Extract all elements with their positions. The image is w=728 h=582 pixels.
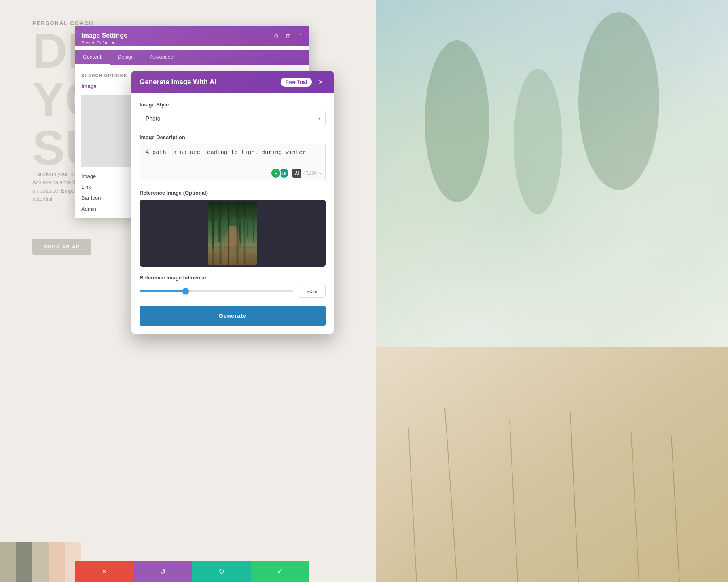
svg-point-20 bbox=[208, 202, 220, 222]
cancel-button[interactable]: × bbox=[75, 561, 133, 582]
circle-plus-icon[interactable]: + bbox=[271, 168, 281, 178]
color-swatch-3 bbox=[32, 542, 49, 582]
panel-title: Image Settings bbox=[81, 32, 303, 39]
slider-thumb[interactable] bbox=[182, 288, 189, 294]
panel-header-icons: ⊙ ⊞ ⋮ bbox=[272, 32, 305, 40]
color-swatch-1 bbox=[0, 542, 16, 582]
reference-image-area[interactable] bbox=[140, 200, 326, 267]
cancel-icon: × bbox=[102, 567, 106, 576]
ai-dialog-header: Generate Image With AI Free Trial × bbox=[131, 71, 334, 93]
svg-point-21 bbox=[213, 202, 225, 218]
grid-icon[interactable]: ⊞ bbox=[284, 32, 292, 40]
slider-row bbox=[140, 285, 326, 298]
undo-button[interactable]: ↺ bbox=[133, 561, 192, 582]
svg-rect-11 bbox=[208, 202, 257, 265]
slider-fill bbox=[140, 290, 186, 292]
svg-point-22 bbox=[223, 202, 236, 220]
description-footer: + ◑ AI 47/200 ⤡ bbox=[271, 168, 322, 178]
reference-image-label: Reference Image (Optional) bbox=[140, 190, 326, 196]
panel-header: Image Settings Preset: Default ▾ ⊙ ⊞ ⋮ bbox=[75, 26, 309, 46]
svg-point-3 bbox=[514, 69, 562, 214]
focus-icon[interactable]: ⊙ bbox=[272, 32, 280, 40]
color-swatch-2 bbox=[16, 542, 32, 582]
panel-preset[interactable]: Preset: Default ▾ bbox=[81, 40, 303, 46]
svg-marker-18 bbox=[220, 226, 245, 265]
background-wheat-image bbox=[376, 347, 728, 582]
svg-rect-14 bbox=[229, 202, 230, 242]
image-style-select[interactable]: Photo Illustration Abstract Sketch bbox=[140, 111, 326, 126]
svg-rect-15 bbox=[239, 202, 241, 246]
svg-point-2 bbox=[578, 12, 659, 190]
svg-rect-4 bbox=[376, 347, 728, 582]
influence-slider-track[interactable] bbox=[140, 290, 293, 292]
ai-dialog-title: Generate Image With AI bbox=[140, 78, 216, 86]
svg-point-25 bbox=[248, 202, 257, 220]
image-style-select-wrapper: Photo Illustration Abstract Sketch ▾ bbox=[140, 111, 326, 126]
forest-preview-image bbox=[208, 202, 257, 265]
redo-icon: ↻ bbox=[218, 567, 224, 576]
ai-generate-dialog: Generate Image With AI Free Trial × Imag… bbox=[131, 71, 334, 334]
undo-icon: ↺ bbox=[160, 567, 166, 576]
svg-rect-12 bbox=[212, 202, 214, 250]
confirm-icon: ✓ bbox=[277, 567, 283, 576]
panel-tabs: Content Design Advanced bbox=[75, 50, 309, 65]
svg-rect-13 bbox=[218, 202, 220, 242]
ai-dialog-header-right: Free Trial × bbox=[281, 77, 326, 87]
influence-input[interactable] bbox=[298, 285, 326, 298]
tab-content[interactable]: Content bbox=[75, 50, 110, 65]
char-count: 47/200 bbox=[303, 171, 317, 176]
svg-point-1 bbox=[425, 40, 489, 202]
ai-dialog-body: Image Style Photo Illustration Abstract … bbox=[131, 93, 334, 334]
svg-point-24 bbox=[241, 202, 253, 218]
free-trial-badge[interactable]: Free Trial bbox=[281, 78, 312, 87]
svg-marker-19 bbox=[224, 226, 241, 265]
confirm-button[interactable]: ✓ bbox=[251, 561, 309, 582]
background-forest-image bbox=[376, 0, 728, 352]
tab-advanced[interactable]: Advanced bbox=[142, 50, 182, 65]
svg-rect-17 bbox=[253, 202, 254, 242]
bottom-action-bar: × ↺ ↻ ✓ bbox=[75, 561, 309, 582]
more-icon[interactable]: ⋮ bbox=[296, 32, 305, 40]
svg-point-23 bbox=[232, 202, 247, 219]
description-label: Image Description bbox=[140, 134, 326, 140]
image-style-label: Image Style bbox=[140, 102, 326, 108]
ai-assist-button[interactable]: AI bbox=[292, 169, 301, 178]
description-wrapper: A path in nature leading to light during… bbox=[140, 144, 326, 182]
tab-design[interactable]: Design bbox=[110, 50, 142, 65]
influence-label: Reference Image Influence bbox=[140, 275, 326, 281]
close-button[interactable]: × bbox=[316, 77, 326, 87]
redo-button[interactable]: ↻ bbox=[192, 561, 251, 582]
color-swatch-4 bbox=[49, 542, 65, 582]
book-button[interactable]: BOOK AN AP bbox=[32, 239, 91, 255]
color-palette bbox=[0, 542, 81, 582]
svg-rect-26 bbox=[208, 246, 257, 265]
resize-handle[interactable]: ⤡ bbox=[318, 170, 322, 176]
generate-button[interactable]: Generate bbox=[140, 306, 326, 326]
svg-rect-16 bbox=[247, 202, 248, 238]
